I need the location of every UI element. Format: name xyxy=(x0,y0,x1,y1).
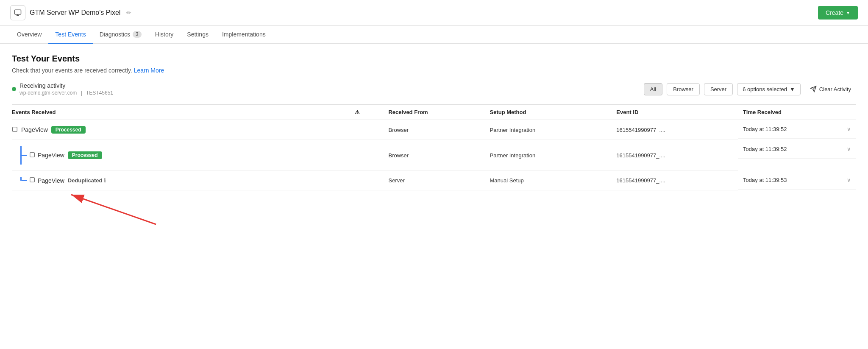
event-name: PageView xyxy=(21,126,48,133)
tab-settings[interactable]: Settings xyxy=(180,26,215,44)
time-received: Today at 11:39:53 xyxy=(743,177,787,183)
nav-tabs: Overview Test Events Diagnostics 3 Histo… xyxy=(0,26,868,44)
activity-status-label: Receiving activity xyxy=(19,82,113,89)
time-received: Today at 11:39:52 xyxy=(743,146,787,152)
event-name: PageView xyxy=(38,152,64,159)
tab-test-events[interactable]: Test Events xyxy=(48,26,92,44)
activity-bar: Receiving activity wp-demo.gtm-server.co… xyxy=(12,82,856,96)
activity-info: Receiving activity wp-demo.gtm-server.co… xyxy=(19,82,113,96)
tab-history[interactable]: History xyxy=(148,26,181,44)
setup-method: Partner Integration xyxy=(485,140,612,171)
create-button[interactable]: Create ▼ xyxy=(818,6,858,20)
event-icon xyxy=(29,152,35,159)
status-badge: Processed xyxy=(51,126,86,134)
event-id: 1615541990977_.... xyxy=(611,120,738,140)
header-title: GTM Server WP Demo's Pixel xyxy=(30,9,120,17)
event-name-cell: PageView Deduplicated ℹ xyxy=(12,171,350,190)
filter-all-button[interactable]: All xyxy=(644,83,662,95)
info-icon[interactable]: ℹ xyxy=(104,177,106,184)
col-received-from: Received From xyxy=(383,105,484,120)
status-badge: Processed xyxy=(68,151,102,159)
expand-icon[interactable]: ∨ xyxy=(847,177,851,183)
svg-rect-6 xyxy=(30,152,35,157)
options-select[interactable]: 6 options selected ▼ xyxy=(737,83,801,95)
event-icon xyxy=(12,126,18,134)
tree-line-horizontal xyxy=(22,155,27,156)
table-header-row: Events Received ⚠ Received From Setup Me… xyxy=(12,105,856,120)
table-row[interactable]: PageView Processed Browser Partner Integ… xyxy=(12,120,856,140)
col-time-received: Time Received xyxy=(738,105,856,120)
annotation-row xyxy=(12,190,856,229)
diagnostics-badge: 3 xyxy=(133,31,142,38)
red-arrow-annotation xyxy=(46,190,181,229)
event-name-cell: PageView Processed xyxy=(12,120,350,140)
col-setup-method: Setup Method xyxy=(485,105,612,120)
tree-line-horizontal xyxy=(22,180,27,181)
tab-implementations[interactable]: Implementations xyxy=(215,26,273,44)
expand-icon[interactable]: ∨ xyxy=(847,126,851,132)
page-subtitle: Check that your events are received corr… xyxy=(12,67,856,74)
edit-icon[interactable]: ✏ xyxy=(126,9,131,16)
tab-overview[interactable]: Overview xyxy=(10,26,48,44)
filter-browser-button[interactable]: Browser xyxy=(667,83,700,95)
event-icon xyxy=(29,177,35,184)
event-name: PageView xyxy=(38,177,64,184)
tree-line-top xyxy=(20,177,22,181)
svg-rect-5 xyxy=(13,127,17,131)
svg-rect-0 xyxy=(15,10,21,14)
received-from: Server xyxy=(383,171,484,190)
activity-meta: wp-demo.gtm-server.com | TEST45651 xyxy=(19,90,113,96)
col-warning: ⚠ xyxy=(350,105,384,120)
col-event-id: Event ID xyxy=(611,105,738,120)
received-from: Browser xyxy=(383,140,484,171)
main-content: Test Your Events Check that your events … xyxy=(0,44,868,239)
event-name-cell: PageView Processed xyxy=(12,140,350,171)
tab-diagnostics[interactable]: Diagnostics 3 xyxy=(93,26,148,44)
activity-status: Receiving activity wp-demo.gtm-server.co… xyxy=(12,82,113,96)
page-title: Test Your Events xyxy=(12,54,856,64)
clear-activity-button[interactable]: Clear Activity xyxy=(805,83,856,95)
table-row[interactable]: PageView Processed Browser Partner Integ… xyxy=(12,140,856,171)
monitor-icon xyxy=(10,5,25,20)
event-id: 1615541990977_.... xyxy=(611,140,738,171)
svg-rect-7 xyxy=(30,178,35,182)
status-dot xyxy=(12,87,16,91)
received-from: Browser xyxy=(383,120,484,140)
annotation-area xyxy=(12,190,856,229)
create-chevron: ▼ xyxy=(846,11,850,15)
status-deduplicated-label: Deduplicated xyxy=(68,177,103,184)
col-events-received: Events Received xyxy=(12,105,350,120)
time-received: Today at 11:39:52 xyxy=(743,126,787,132)
table-row[interactable]: PageView Deduplicated ℹ Server Manual Se… xyxy=(12,171,856,190)
event-id: 1615541990977_.... xyxy=(611,171,738,190)
filter-server-button[interactable]: Server xyxy=(704,83,733,95)
setup-method: Partner Integration xyxy=(485,120,612,140)
header: GTM Server WP Demo's Pixel ✏ Create ▼ xyxy=(0,0,868,26)
svg-line-9 xyxy=(71,195,156,224)
expand-icon[interactable]: ∨ xyxy=(847,146,851,152)
setup-method: Manual Setup xyxy=(485,171,612,190)
learn-more-link[interactable]: Learn More xyxy=(134,67,164,74)
app-container: GTM Server WP Demo's Pixel ✏ Create ▼ Ov… xyxy=(0,0,868,349)
send-icon xyxy=(810,86,817,92)
events-table: Events Received ⚠ Received From Setup Me… xyxy=(12,104,856,229)
activity-controls: All Browser Server 6 options selected ▼ … xyxy=(644,83,856,95)
chevron-down-icon: ▼ xyxy=(790,86,795,92)
header-left: GTM Server WP Demo's Pixel ✏ xyxy=(10,5,131,20)
